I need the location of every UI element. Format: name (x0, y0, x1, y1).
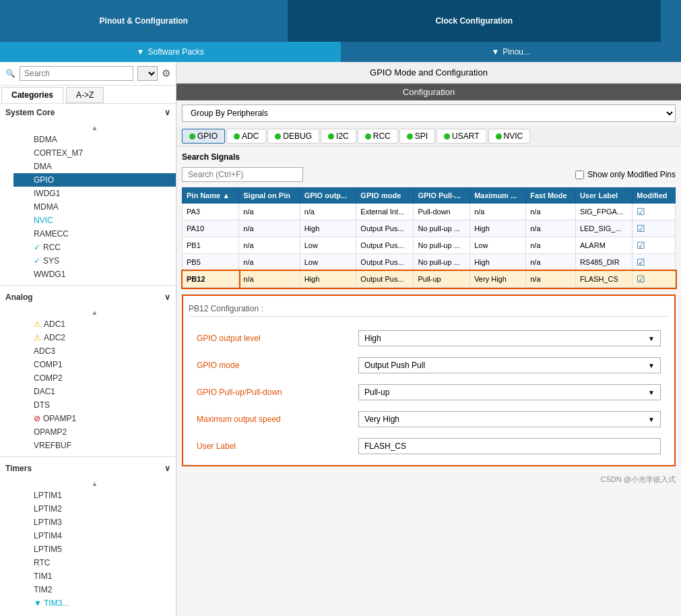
sidebar-item-tim3[interactable]: ▼ TIM3... (13, 596, 176, 610)
system-core-section-header[interactable]: System Core ∨ (0, 104, 176, 121)
sidebar-item-adc3[interactable]: ADC3 (13, 344, 176, 358)
analog-items: ▲ ⚠ADC1 ⚠ADC2 ADC3 COMP1 COMP2 DAC1 DTS … (0, 306, 176, 454)
scroll-up-btn-analog[interactable]: ▲ (13, 307, 176, 317)
pb12-config-section: PB12 Configuration : GPIO output level H… (182, 295, 676, 466)
tab-categories[interactable]: Categories (1, 87, 63, 103)
cell-label-pb12: FLASH_CS (575, 271, 632, 288)
sidebar-item-comp1[interactable]: COMP1 (13, 358, 176, 371)
clock-tab[interactable]: Clock Configuration (288, 0, 661, 42)
content-title: GPIO Mode and Configuration (176, 62, 681, 84)
tab-usart[interactable]: USART (436, 129, 486, 144)
modified-check-pb12: ☑ (637, 274, 645, 284)
gpio-mode-select[interactable]: Output Push Pull ▼ (358, 357, 661, 373)
cell-max: Low (470, 237, 526, 254)
analog-section-header[interactable]: Analog ∨ (0, 288, 176, 306)
tab-adc[interactable]: ADC (226, 129, 266, 144)
gpio-pull-select[interactable]: Pull-up ▼ (358, 384, 661, 400)
scroll-up-btn[interactable]: ▲ (13, 123, 176, 133)
group-by-row: Group By Peripherals (182, 104, 676, 122)
sidebar-item-lptim3[interactable]: LPTIM3 (13, 516, 176, 529)
sidebar-item-rtc[interactable]: RTC (13, 556, 176, 569)
sidebar-item-ramecc[interactable]: RAMECC (13, 227, 176, 241)
table-row[interactable]: PA10 n/a High Output Pus... No pull-up .… (183, 220, 676, 237)
table-row[interactable]: PA3 n/a n/a External Int... Pull-down n/… (183, 204, 676, 220)
gear-icon[interactable]: ⚙ (162, 67, 170, 80)
sidebar-item-comp2[interactable]: COMP2 (13, 371, 176, 385)
timers-section-header[interactable]: Timers ∨ (0, 460, 176, 477)
chevron-down-icon: ▼ (137, 47, 145, 57)
sidebar-item-sys[interactable]: ✓SYS (13, 254, 176, 268)
sidebar-item-dts[interactable]: DTS (13, 398, 176, 412)
cell-fast: n/a (526, 204, 576, 220)
search-icon: 🔍 (5, 69, 15, 78)
sidebar-item-tim2[interactable]: TIM2 (13, 583, 176, 596)
config-row-mode: GPIO mode Output Push Pull ▼ (189, 352, 669, 379)
sidebar-search-select[interactable] (137, 66, 158, 81)
sidebar-item-iwdg1[interactable]: IWDG1 (13, 187, 176, 200)
cell-mode: Output Pus... (356, 237, 414, 254)
cell-fast-pb12: n/a (526, 271, 576, 288)
search-input[interactable] (182, 167, 303, 182)
pinout-sub-item[interactable]: ▼ Pinou... (478, 47, 544, 57)
cell-mode: External Int... (356, 204, 414, 220)
tab-az[interactable]: A->Z (66, 87, 104, 103)
sidebar-item-wwdg1[interactable]: WWDG1 (13, 268, 176, 281)
sidebar-item-adc2[interactable]: ⚠ADC2 (13, 331, 176, 344)
th-pull: GPIO Pull-... (414, 188, 470, 204)
gpio-speed-select[interactable]: Very High ▼ (358, 411, 661, 427)
sidebar-item-gpio[interactable]: GPIO (13, 173, 176, 187)
tab-dot-spi (407, 133, 413, 140)
pinout-tab[interactable]: Pinout & Configuration (0, 0, 288, 42)
chevron-down-icon-pull: ▼ (648, 389, 655, 396)
cell-pin: PB5 (183, 254, 239, 271)
user-label-input[interactable] (358, 438, 661, 454)
header: Pinout & Configuration Clock Configurati… (0, 0, 681, 42)
sidebar-item-nvic[interactable]: NVIC (13, 214, 176, 227)
sidebar-item-rcc[interactable]: ✓RCC (13, 241, 176, 254)
group-by-select[interactable]: Group By Peripherals (182, 104, 676, 122)
sidebar-item-adc1[interactable]: ⚠ADC1 (13, 317, 176, 331)
cell-mode-pb12: Output Pus... (356, 271, 414, 288)
tab-dot-gpio (189, 133, 195, 140)
watermark: CSDN @小光学嵌入式 (176, 472, 681, 487)
sidebar-item-lptim4[interactable]: LPTIM4 (13, 529, 176, 543)
gpio-output-level-select[interactable]: High ▼ (358, 330, 661, 346)
show-modified-checkbox[interactable] (575, 171, 584, 179)
sidebar-item-dma[interactable]: DMA (13, 160, 176, 173)
software-packs-item[interactable]: ▼ Software Packs (123, 47, 218, 57)
cell-output-pb12: High (300, 271, 356, 288)
sidebar-item-opamp2[interactable]: OPAMP2 (13, 425, 176, 439)
tab-spi[interactable]: SPI (399, 129, 435, 144)
cell-pull-pb12: Pull-up (414, 271, 470, 288)
sidebar-item-vrefbuf[interactable]: VREFBUF (13, 439, 176, 452)
tab-debug[interactable]: DEBUG (267, 129, 319, 144)
sidebar-item-mdma[interactable]: MDMA (13, 200, 176, 214)
table-row[interactable]: PB1 n/a Low Output Pus... No pull-up ...… (183, 237, 676, 254)
sidebar-item-dac1[interactable]: DAC1 (13, 385, 176, 398)
cell-label: ALARM (575, 237, 632, 254)
sidebar-item-lptim5[interactable]: LPTIM5 (13, 543, 176, 556)
tab-nvic[interactable]: NVIC (488, 129, 531, 144)
sidebar-item-tim1[interactable]: TIM1 (13, 569, 176, 583)
th-fast: Fast Mode (526, 188, 576, 204)
config-label-user-label: User Label (197, 441, 345, 451)
table-row[interactable]: PB5 n/a Low Output Pus... No pull-up ...… (183, 254, 676, 271)
header-right (661, 0, 681, 42)
cell-pin-pb12: PB12 (183, 271, 239, 288)
sidebar-item-lptim1[interactable]: LPTIM1 (13, 489, 176, 502)
cell-signal-pb12: n/a (239, 271, 300, 288)
tab-rcc[interactable]: RCC (358, 129, 398, 144)
sidebar-search-input[interactable] (20, 66, 133, 81)
sidebar-item-cortex-m7[interactable]: CORTEX_M7 (13, 146, 176, 160)
show-modified-label: Show only Modified Pins (587, 170, 676, 179)
sidebar-item-opamp1[interactable]: ⊘OPAMP1 (13, 412, 176, 425)
sidebar-item-lptim2[interactable]: LPTIM2 (13, 502, 176, 516)
tab-gpio[interactable]: GPIO (182, 129, 225, 144)
tab-dot-rcc (365, 133, 371, 140)
cell-output: n/a (300, 204, 356, 220)
tab-i2c[interactable]: I2C (321, 129, 356, 144)
chevron-down-icon-mode: ▼ (648, 362, 655, 369)
sidebar-item-bdma[interactable]: BDMA (13, 133, 176, 146)
table-row-pb12[interactable]: PB12 n/a High Output Pus... Pull-up Very… (183, 271, 676, 288)
scroll-up-btn-timers[interactable]: ▲ (13, 479, 176, 489)
